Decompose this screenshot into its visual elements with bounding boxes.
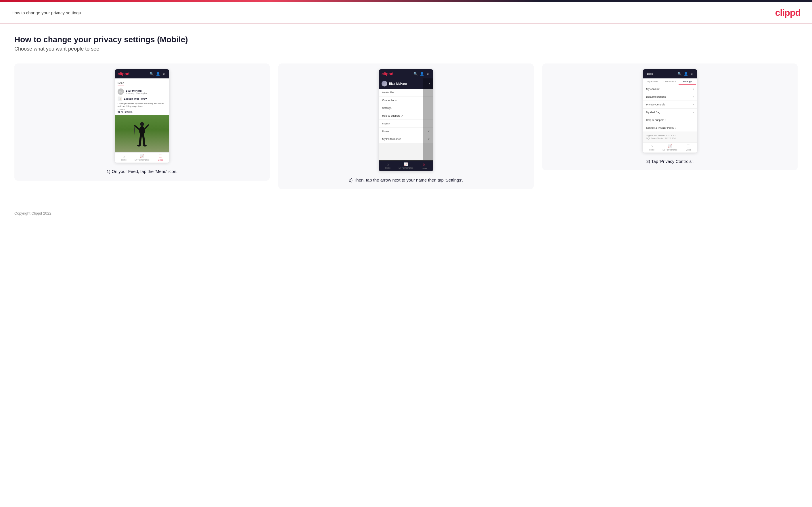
- nav-menu-label-3: Menu: [686, 149, 691, 151]
- svg-line-3: [145, 125, 148, 129]
- phone-2-logo: clippd: [382, 71, 393, 76]
- nav-menu-label: Menu: [158, 159, 163, 161]
- nav-home-label-3: Home: [649, 149, 654, 151]
- nav-close-label: Menu: [422, 167, 427, 169]
- phone-1-icons: 🔍 👤 ⊕: [149, 71, 166, 76]
- nav-home-label: Home: [121, 159, 126, 161]
- feed-user-row: BM Blair McHarg Yesterday · Sunningdale: [117, 89, 166, 95]
- settings-item-help: Help & Support ↗: [643, 116, 697, 124]
- tab-settings: Settings: [678, 78, 696, 85]
- logo: clippd: [775, 7, 801, 18]
- menu-section-home-label: Home: [382, 130, 389, 133]
- user-icon-3: 👤: [683, 71, 688, 76]
- phone-3-bottom-nav: ⌂ Home 📈 My Performance ☰ Menu: [643, 142, 697, 153]
- settings-golf-label: My Golf Bag: [646, 111, 660, 114]
- phone-2-header: clippd 🔍 👤 ⊕: [379, 69, 433, 78]
- nav-menu-3: ☰ Menu: [679, 143, 697, 153]
- screen2-wrapper: Blair McHarg ∧ My Profile Connections Se…: [379, 78, 433, 160]
- phone-2-icons: 🔍 👤 ⊕: [413, 71, 430, 76]
- settings-account-chevron: ›: [693, 88, 694, 91]
- settings-version-1: Clippd Client Version: 2022.8.3-3: [646, 134, 694, 137]
- close-icon: ✕: [422, 162, 426, 167]
- settings-item-privacy-policy: Service & Privacy Policy ↗: [643, 124, 697, 132]
- nav-home-label-2: Home: [385, 167, 391, 169]
- settings-item-data-integrations: Data Integrations ›: [643, 93, 697, 101]
- header: How to change your privacy settings clip…: [0, 2, 812, 23]
- svg-point-7: [137, 145, 141, 147]
- settings-account-label: My Account: [646, 88, 660, 91]
- settings-tabs: My Profile Connections Settings: [643, 78, 697, 85]
- nav-home-2: ⌂ Home: [379, 161, 397, 171]
- settings-icon: ⊕: [162, 71, 166, 76]
- step-2-card: clippd 🔍 👤 ⊕ Blair McHarg: [278, 63, 534, 189]
- step-2-caption: 2) Then, tap the arrow next to your name…: [349, 177, 463, 183]
- phone-1-bottom-nav: ⌂ Home 📈 My Performance ☰ Menu: [115, 152, 169, 163]
- menu-user-avatar: [382, 81, 387, 87]
- home-icon: ⌂: [123, 154, 125, 158]
- header-title: How to change your privacy settings: [11, 10, 81, 15]
- back-button: ‹ Back: [646, 72, 653, 75]
- home-icon-3: ⌂: [651, 144, 653, 148]
- step-1-caption: 1) On your Feed, tap the 'Menu' icon.: [107, 168, 178, 175]
- settings-version-2: GQL Server Version: 2022.7.30-1: [646, 137, 694, 140]
- phone-3-icons: 🔍 👤 ⊕: [677, 71, 695, 76]
- steps-container: clippd 🔍 👤 ⊕ Feed BM Blair: [14, 63, 798, 189]
- settings-icon-3: ⊕: [690, 71, 695, 76]
- copyright-text: Copyright Clippd 2022: [14, 211, 51, 215]
- performance-icon-2: 📈: [404, 162, 408, 166]
- settings-privacy-label: Privacy Controls: [646, 103, 665, 106]
- nav-performance-2: 📈 My Performance: [397, 161, 415, 171]
- step-3-phone: ‹ Back 🔍 👤 ⊕ My Profile Connections Sett…: [643, 69, 697, 153]
- golfer-silhouette: [134, 121, 151, 152]
- feed-user-meta: Yesterday · Sunningdale: [125, 92, 148, 94]
- feed-user-info: Blair McHarg Yesterday · Sunningdale: [125, 89, 148, 94]
- feed-golf-image: [115, 115, 169, 152]
- svg-line-2: [135, 126, 139, 129]
- user-icon-2: 👤: [419, 71, 424, 76]
- duration-value: 01 hr : 30 min: [117, 111, 166, 113]
- accent-bar: [0, 0, 812, 2]
- settings-item-account: My Account ›: [643, 85, 697, 93]
- phone-2-bottom-nav: ⌂ Home 📈 My Performance ✕ Menu: [379, 160, 433, 171]
- nav-performance-3: 📈 My Performance: [661, 143, 679, 153]
- ext-link-icon: ↗: [401, 115, 403, 117]
- svg-line-5: [140, 135, 141, 145]
- tab-my-profile: My Profile: [644, 78, 661, 85]
- page-subheading: Choose what you want people to see: [14, 46, 798, 52]
- phone-1-header: clippd 🔍 👤 ⊕: [115, 69, 169, 78]
- settings-header: ‹ Back 🔍 👤 ⊕: [643, 69, 697, 78]
- lesson-title: Lesson with Fordy: [124, 97, 147, 100]
- nav-performance-label-3: My Performance: [662, 149, 677, 151]
- home-icon-2: ⌂: [387, 162, 389, 166]
- phone-1-logo: clippd: [117, 71, 130, 76]
- main-content: How to change your privacy settings (Mob…: [0, 23, 812, 207]
- menu-icon-3: ☰: [687, 144, 690, 148]
- step-1-card: clippd 🔍 👤 ⊕ Feed BM Blair: [14, 63, 270, 181]
- nav-performance-label-2: My Performance: [399, 167, 413, 169]
- nav-home-3: ⌂ Home: [643, 143, 661, 153]
- menu-section-performance-label: My Performance: [382, 137, 401, 140]
- settings-footer: Clippd Client Version: 2022.8.3-3 GQL Se…: [643, 132, 697, 142]
- feed-avatar: BM: [117, 89, 124, 95]
- svg-point-8: [143, 145, 147, 147]
- settings-golf-chevron: ›: [693, 111, 694, 114]
- feed-lesson-row: 📋 Lesson with Fordy: [117, 97, 166, 101]
- step-3-card: ‹ Back 🔍 👤 ⊕ My Profile Connections Sett…: [542, 63, 798, 170]
- tab-connections: Connections: [661, 78, 679, 85]
- menu-icon: ☰: [159, 154, 162, 158]
- nav-performance: 📈 My Performance: [133, 153, 151, 163]
- settings-policy-label: Service & Privacy Policy ↗: [646, 126, 676, 129]
- feed-post: BM Blair McHarg Yesterday · Sunningdale …: [115, 87, 169, 115]
- svg-line-4: [134, 126, 135, 135]
- search-icon-2: 🔍: [413, 71, 418, 76]
- performance-icon-3: 📈: [668, 144, 672, 148]
- settings-data-chevron: ›: [693, 95, 694, 98]
- feed-tab-label: Feed: [117, 81, 124, 86]
- settings-privacy-chevron: ›: [693, 103, 694, 106]
- user-icon: 👤: [156, 71, 160, 76]
- step-3-caption: 3) Tap 'Privacy Controls'.: [646, 158, 694, 165]
- step-2-phone: clippd 🔍 👤 ⊕ Blair McHarg: [379, 69, 433, 171]
- settings-data-label: Data Integrations: [646, 95, 666, 98]
- svg-point-1: [139, 126, 145, 135]
- settings-item-privacy: Privacy Controls ›: [643, 101, 697, 109]
